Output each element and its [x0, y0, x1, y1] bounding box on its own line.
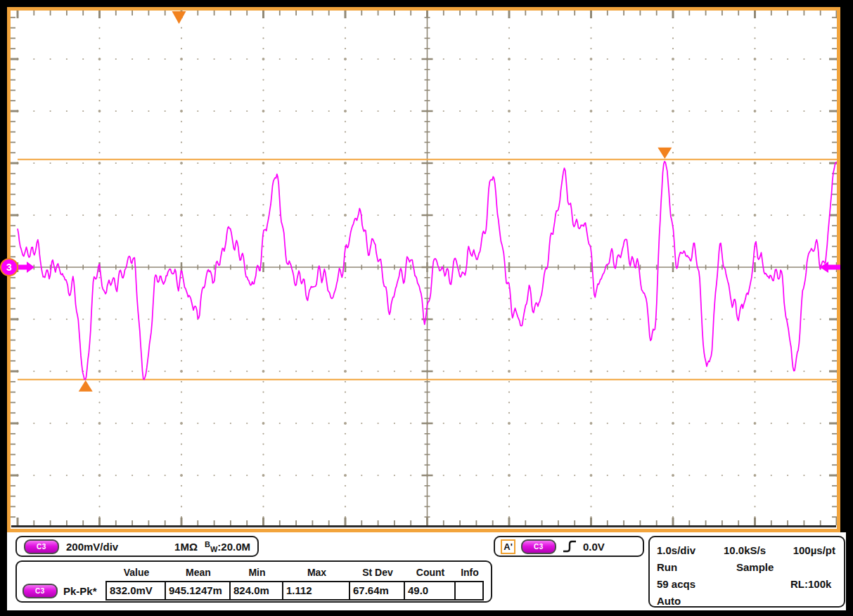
grid-dot [639, 475, 641, 476]
grid-dot [525, 475, 526, 476]
grid-dot [590, 141, 591, 143]
trigger-channel-badge[interactable]: C3 [521, 539, 556, 554]
grid-dot [394, 58, 395, 60]
grid-dot [558, 110, 559, 112]
channel-readout-panel[interactable]: C3 200mV/div 1MΩ BW:20.0M [15, 536, 259, 557]
grid-dot [148, 423, 149, 424]
grid-dot [98, 152, 100, 153]
grid-dot [508, 58, 511, 60]
grid-dot [181, 141, 182, 143]
grid-dot [688, 371, 690, 372]
horizontal-acquisition-panel[interactable]: 1.0s/div 10.0kS/s 100µs/pt Run Sample 59… [648, 536, 845, 608]
grid-dot [754, 173, 755, 174]
grid-dot [754, 204, 755, 205]
grid-dot [345, 204, 346, 205]
grid-dot [475, 162, 477, 164]
grid-dot [148, 214, 149, 216]
grid-dot [66, 423, 68, 424]
grid-dot [345, 69, 346, 70]
grid-dot [181, 288, 182, 289]
grid-dot [50, 475, 51, 476]
grid-dot [820, 214, 821, 216]
grid-dot [475, 371, 477, 372]
grid-dot [115, 214, 117, 216]
grid-dot [672, 245, 674, 247]
grid-dot [181, 131, 182, 133]
grid-dot [590, 27, 591, 29]
measurement-row-label[interactable]: C3 Pk-Pk* [17, 584, 107, 598]
grid-dot [262, 121, 264, 122]
input-impedance: 1MΩ [174, 541, 198, 553]
grid-dot [508, 37, 510, 39]
measurement-info [454, 581, 484, 601]
grid-dot [181, 308, 182, 309]
grid-dot [115, 162, 117, 164]
grid-dot [721, 475, 723, 476]
grid-dot [590, 318, 593, 321]
grid-dot [754, 193, 755, 195]
grid-dot [181, 204, 182, 205]
grid-dot [672, 27, 674, 29]
trigger-readout-panel[interactable]: A' C3 0.0V [494, 536, 644, 557]
grid-dot [378, 371, 379, 372]
grid-dot [590, 100, 591, 101]
grid-dot [98, 236, 100, 237]
grid-dot [754, 225, 755, 226]
col-header-stdev: St Dev [350, 567, 405, 578]
grid-dot [475, 58, 477, 60]
grid-dot [508, 245, 510, 247]
grid-dot [214, 371, 215, 372]
grid-dot [672, 162, 674, 165]
grid-dot [98, 318, 101, 321]
grid-dot [787, 162, 788, 164]
grid-dot [721, 371, 723, 372]
grid-dot [410, 110, 411, 112]
grid-dot [262, 340, 264, 341]
grid-dot [590, 370, 593, 373]
grid-dot [181, 392, 182, 393]
grid-dot [378, 423, 379, 424]
grid-dot [312, 475, 313, 476]
measurement-table-panel[interactable]: Value Mean Min Max St Dev Count Info C3 … [15, 560, 492, 603]
grid-dot [754, 444, 755, 445]
grid-dot [639, 110, 641, 112]
grid-dot [590, 58, 593, 60]
grid-dot [672, 318, 674, 321]
grid-dot [181, 89, 182, 91]
grid-dot [688, 58, 690, 60]
grid-dot [344, 162, 347, 165]
grid-dot [672, 37, 674, 39]
grid-dot [656, 58, 658, 60]
grid-dot [672, 485, 674, 487]
grid-dot [98, 349, 100, 351]
grid-dot [672, 422, 674, 425]
grid-dot [394, 319, 395, 320]
grid-dot [180, 58, 183, 60]
grid-dot [345, 79, 346, 81]
grid-dot [132, 423, 133, 424]
grid-dot [345, 454, 346, 455]
grid-dot [672, 100, 674, 101]
grid-dot [508, 340, 510, 341]
grid-dot [525, 319, 526, 320]
grid-dot [590, 297, 591, 299]
grid-dot [787, 475, 788, 476]
measurement-channel-badge[interactable]: C3 [23, 584, 58, 598]
grid-dot [656, 475, 658, 476]
channel-badge[interactable]: C3 [24, 539, 59, 554]
grid-dot [378, 162, 379, 164]
grid-dot [574, 214, 575, 216]
col-header-min: Min [231, 567, 283, 578]
grid-dot [50, 162, 51, 164]
grid-dot [214, 214, 215, 216]
trigger-source-box[interactable]: A' [501, 539, 515, 554]
grid-dot [672, 121, 674, 122]
grid-dot [66, 214, 68, 216]
grid-dot [279, 58, 281, 60]
grid-dot [345, 349, 346, 351]
grid-dot [262, 100, 264, 101]
grid-dot [98, 58, 101, 60]
grid-dot [688, 475, 690, 476]
grid-dot [345, 485, 346, 487]
grid-dot [345, 360, 346, 361]
